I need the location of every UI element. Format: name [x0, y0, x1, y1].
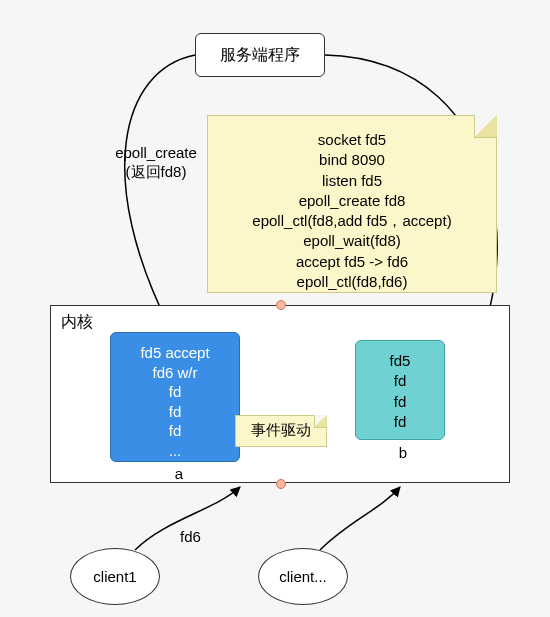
tag-fold-icon	[314, 415, 327, 428]
box-a-line: fd6 w/r	[111, 363, 239, 383]
box-b-line: fd	[356, 412, 444, 432]
edge-label-epoll-create: epoll_create (返回fd8)	[96, 144, 216, 182]
event-driven-tag: 事件驱动	[235, 415, 327, 447]
port-dot-top	[276, 300, 286, 310]
edge-label-fd6: fd6	[180, 528, 201, 545]
note-line: epoll_ctl(fd8,fd6)	[208, 272, 496, 292]
box-b-line: fd5	[356, 351, 444, 371]
note-line: accept fd5 -> fd6	[208, 252, 496, 272]
ready-list-box-b: fd5 fd fd fd	[355, 340, 445, 440]
note-line: bind 8090	[208, 150, 496, 170]
note-line: epoll_wait(fd8)	[208, 231, 496, 251]
fd-registry-box-a: fd5 accept fd6 w/r fd fd fd ...	[110, 332, 240, 462]
event-driven-label: 事件驱动	[251, 421, 311, 438]
box-b-line: fd	[356, 392, 444, 412]
client-more-node: client...	[258, 548, 348, 605]
client-more-label: client...	[279, 568, 327, 585]
kernel-title: 内核	[61, 312, 93, 333]
box-a-line: ...	[111, 441, 239, 461]
server-program-label: 服务端程序	[220, 45, 300, 66]
note-line: listen fd5	[208, 171, 496, 191]
note-line: socket fd5	[208, 130, 496, 150]
edge-text-epoll-create: epoll_create	[115, 144, 197, 161]
box-a-line: fd	[111, 382, 239, 402]
note-line: epoll_create fd8	[208, 191, 496, 211]
code-note: socket fd5 bind 8090 listen fd5 epoll_cr…	[207, 115, 497, 293]
client1-label: client1	[93, 568, 136, 585]
box-a-line: fd	[111, 421, 239, 441]
note-line: epoll_ctl(fd8,add fd5，accept)	[208, 211, 496, 231]
box-b-caption: b	[388, 444, 418, 461]
box-b-line: fd	[356, 371, 444, 391]
edge-text-epoll-return: (返回fd8)	[126, 163, 187, 180]
box-a-line: fd5 accept	[111, 343, 239, 363]
diagram-canvas: 服务端程序 socket fd5 bind 8090 listen fd5 ep…	[0, 0, 550, 617]
box-a-caption: a	[164, 465, 194, 482]
server-program-box: 服务端程序	[195, 33, 325, 77]
client1-node: client1	[70, 548, 160, 605]
box-a-line: fd	[111, 402, 239, 422]
note-fold-icon	[474, 115, 497, 138]
port-dot-bottom	[276, 479, 286, 489]
